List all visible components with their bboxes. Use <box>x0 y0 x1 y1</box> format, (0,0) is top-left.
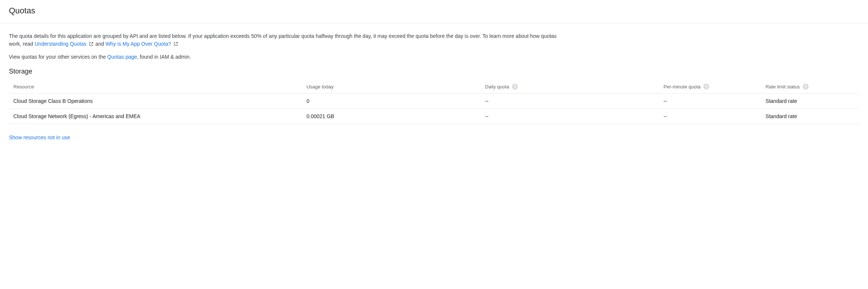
cell-daily-quota: -- <box>485 94 664 109</box>
cell-rate-limit-status: Standard rate <box>766 109 859 124</box>
table-row: Cloud Storage Class B Operations 0 -- --… <box>9 94 859 109</box>
column-header-resource: Resource <box>9 80 306 94</box>
cell-usage-today: 0.00021 GB <box>306 109 485 124</box>
per-minute-quota-label: Per-minute quota <box>664 84 701 90</box>
cell-usage-today: 0 <box>306 94 485 109</box>
daily-quota-label: Daily quota <box>485 84 509 90</box>
external-link-icon <box>173 41 178 46</box>
help-icon[interactable]: ? <box>803 84 809 90</box>
description-text-4: , found in IAM & admin. <box>137 54 191 60</box>
page-title: Quotas <box>9 6 859 16</box>
why-over-quota-label: Why is My App Over Quota? <box>105 41 171 47</box>
description-text-3: View quotas for your other services on t… <box>9 54 107 60</box>
understanding-quotas-label: Understanding Quotas <box>34 41 86 47</box>
column-header-per-minute-quota: Per-minute quota ? <box>664 80 766 94</box>
external-link-icon <box>89 41 94 46</box>
cell-resource: Cloud Storage Network (Egress) - America… <box>9 109 306 124</box>
cell-rate-limit-status: Standard rate <box>766 94 859 109</box>
description-paragraph-1: The quota details for this application a… <box>9 32 565 48</box>
cell-per-minute-quota: -- <box>664 94 766 109</box>
why-over-quota-link[interactable]: Why is My App Over Quota? <box>105 41 178 47</box>
table-row: Cloud Storage Network (Egress) - America… <box>9 109 859 124</box>
quotas-table: Resource Usage today Daily quota ? Per-m… <box>9 80 859 124</box>
column-header-rate-limit-status: Rate limit status ? <box>766 80 859 94</box>
quotas-page-link[interactable]: Quotas page <box>107 54 137 60</box>
help-icon[interactable]: ? <box>703 84 709 90</box>
show-resources-link[interactable]: Show resources not in use <box>9 134 70 140</box>
cell-resource: Cloud Storage Class B Operations <box>9 94 306 109</box>
column-header-usage-today: Usage today <box>306 80 485 94</box>
column-header-daily-quota: Daily quota ? <box>485 80 664 94</box>
description-paragraph-2: View quotas for your other services on t… <box>9 53 859 61</box>
help-icon[interactable]: ? <box>512 84 518 90</box>
rate-limit-status-label: Rate limit status <box>766 84 800 90</box>
cell-daily-quota: -- <box>485 109 664 124</box>
cell-per-minute-quota: -- <box>664 109 766 124</box>
section-title-storage: Storage <box>9 68 859 75</box>
description-text-2: and <box>95 41 105 47</box>
understanding-quotas-link[interactable]: Understanding Quotas <box>34 41 95 47</box>
